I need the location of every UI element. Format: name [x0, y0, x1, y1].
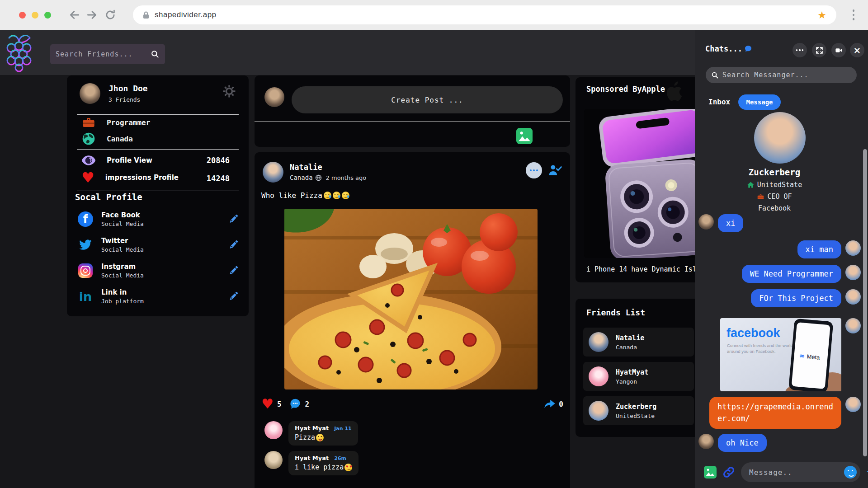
chat-message: xi — [698, 214, 868, 232]
friend-check-icon[interactable] — [548, 164, 562, 176]
sponsored-card: Sponsored ByApple — [576, 77, 701, 282]
chat-profile-avatar[interactable] — [754, 112, 806, 164]
savor-emoji — [316, 434, 324, 441]
friend-row[interactable]: Zuckerberg UnitedState — [583, 396, 694, 425]
comment-bubble-icon[interactable] — [289, 398, 302, 410]
comment-author: Hyat Myat — [295, 455, 329, 461]
chat-scrollbar-thumb[interactable] — [863, 149, 867, 456]
chat-options-button[interactable] — [793, 43, 807, 57]
avatar — [698, 434, 714, 449]
chat-bubble-icon — [744, 45, 752, 52]
avatar[interactable] — [263, 162, 283, 183]
create-post-input[interactable]: Create Post ... — [292, 86, 563, 113]
avatar[interactable] — [589, 401, 609, 421]
message-bubble: xi — [718, 214, 743, 232]
social-item-facebook[interactable]: f Face Book Social Media — [77, 208, 239, 230]
browser-back-icon[interactable] — [69, 9, 80, 21]
friend-location: Yangon — [616, 378, 648, 385]
avatar[interactable] — [264, 421, 283, 439]
chat-profile-company: Facebook — [758, 204, 791, 212]
stat-row: ♥ impressions Profile — [81, 171, 179, 184]
job-row: Programmer — [81, 115, 150, 130]
chat-profile-role: CEO OF — [767, 192, 792, 201]
comment-time: Jan 11 — [334, 426, 351, 432]
friend-row[interactable]: Natalie Canada — [583, 328, 694, 357]
friend-name: Zuckerberg — [616, 403, 656, 411]
browser-refresh-icon[interactable] — [104, 9, 116, 21]
sponsored-caption: i Phone 14 have Dynamic Island — [586, 265, 709, 273]
browser-menu-icon[interactable] — [851, 7, 856, 23]
profile-name: Jhon Doe — [108, 84, 148, 93]
country-row: Canada — [81, 131, 133, 146]
chat-expand-button[interactable] — [812, 43, 826, 57]
friends-search — [50, 44, 165, 64]
linkedin-icon: in — [77, 290, 94, 304]
message-link-bubble[interactable]: https://grapemedia.onrender.com/ — [709, 397, 841, 429]
avatar[interactable] — [589, 366, 609, 386]
avatar — [845, 265, 861, 280]
message-input[interactable] — [749, 468, 844, 477]
social-desc: Social Media — [101, 272, 144, 279]
grape-logo[interactable] — [5, 33, 33, 72]
avatar — [845, 289, 861, 305]
chat-video-button[interactable] — [831, 43, 846, 57]
briefcase-icon — [757, 193, 764, 201]
edit-pen-icon[interactable] — [228, 239, 239, 250]
chat-message: oh Nice — [698, 434, 868, 452]
post-options-button[interactable] — [526, 162, 542, 178]
divider — [77, 114, 239, 115]
attach-link-icon[interactable] — [722, 466, 735, 479]
svg-text:Connect with friends and the w: Connect with friends and the world — [727, 343, 793, 348]
browser-forward-icon[interactable] — [86, 9, 98, 21]
comment-text: i like pizza — [295, 463, 344, 471]
sponsored-heading: Sponsored ByApple — [586, 84, 665, 94]
svg-text:∞: ∞ — [799, 352, 805, 360]
send-plane-icon[interactable] — [866, 465, 868, 479]
share-arrow-icon[interactable] — [543, 398, 556, 410]
apple-logo — [662, 80, 684, 103]
window-close-button[interactable] — [19, 12, 26, 19]
add-image-icon[interactable] — [704, 466, 717, 479]
chat-search — [706, 67, 857, 83]
social-item-instagram[interactable]: Instgram Social Media — [77, 259, 239, 282]
chat-message: xi man — [695, 240, 864, 258]
window-minimize-button[interactable] — [32, 12, 38, 19]
avatar — [845, 240, 861, 256]
heart-icon: ♥ — [81, 171, 94, 184]
bookmark-star-icon[interactable]: ★ — [817, 9, 826, 21]
add-image-icon[interactable] — [516, 128, 533, 144]
emoji-smiley-button[interactable] — [844, 466, 857, 479]
friend-row[interactable]: HyatMyat Yangon — [583, 362, 694, 391]
like-heart-icon[interactable]: ♥ — [261, 397, 274, 411]
comment: Hyat Myat 26m i like pizza — [264, 451, 359, 475]
edit-pen-icon[interactable] — [228, 291, 239, 302]
message-tab-button[interactable]: Message — [738, 94, 781, 110]
sponsored-image-iphone[interactable] — [584, 109, 701, 258]
social-item-linkedin[interactable]: in Link in Job platform — [77, 285, 239, 308]
avatar — [698, 214, 714, 230]
chat-profile-country: UnitedState — [757, 181, 802, 189]
profile-friends-count: 3 Friends — [108, 96, 140, 103]
divider — [77, 191, 239, 191]
avatar[interactable] — [80, 83, 100, 104]
social-item-twitter[interactable]: Twitter Social Media — [77, 234, 239, 256]
drool-emoji — [333, 192, 340, 199]
like-count: 5 — [277, 400, 282, 408]
avatar[interactable] — [264, 451, 283, 469]
address-bar[interactable]: shapedivider.app ★ — [133, 5, 836, 24]
chat-close-button[interactable]: × — [850, 43, 864, 57]
settings-gear-icon[interactable] — [222, 84, 237, 99]
search-icon[interactable] — [151, 50, 160, 59]
facebook-meta-image[interactable]: facebook Connect with friends and the wo… — [720, 318, 841, 391]
avatar[interactable] — [589, 332, 609, 352]
search-messenger-input[interactable] — [722, 71, 851, 79]
avatar[interactable] — [264, 87, 284, 107]
friend-location: Canada — [616, 344, 644, 351]
message-bubble: xi man — [797, 240, 841, 258]
search-friends-input[interactable] — [56, 50, 151, 58]
chat-title: Chats... — [705, 44, 742, 53]
edit-pen-icon[interactable] — [228, 214, 239, 225]
window-zoom-button[interactable] — [44, 12, 51, 19]
edit-pen-icon[interactable] — [228, 265, 239, 276]
chat-message-image: facebook Connect with friends and the wo… — [695, 318, 864, 391]
